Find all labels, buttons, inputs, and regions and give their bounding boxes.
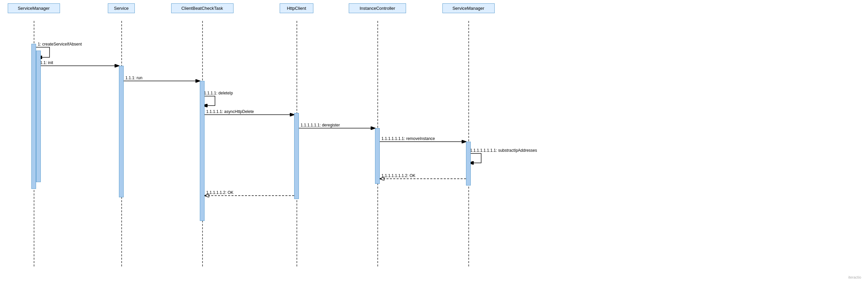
actor-5: ServiceManager xyxy=(442,3,495,13)
svg-text:1.1: init: 1.1: init xyxy=(40,60,53,65)
svg-text:1.1.1.1.1.1.1.2: OK: 1.1.1.1.1.1.1.2: OK xyxy=(381,173,415,178)
watermark: iteractio xyxy=(848,275,861,279)
svg-text:1: createServiceIfAbsent: 1: createServiceIfAbsent xyxy=(38,42,82,47)
activation-bar-5 xyxy=(466,142,471,185)
activation-bar-1 xyxy=(119,66,124,197)
activation-bar-3 xyxy=(294,113,299,199)
actor-4: InstanceController xyxy=(349,3,406,13)
svg-text:1.1.1.1: deleteIp: 1.1.1.1: deleteIp xyxy=(204,91,233,95)
svg-text:1.1.1.1.1.1.1: removeInstance: 1.1.1.1.1.1.1: removeInstance xyxy=(381,136,435,141)
svg-text:1.1.1.1.1.1: deregister: 1.1.1.1.1.1: deregister xyxy=(301,123,340,127)
svg-text:1.1.1.1.1.1.1.1: substractIpAd: 1.1.1.1.1.1.1.1: substractIpAddresses xyxy=(470,148,537,153)
svg-text:1.1.1: run: 1.1.1: run xyxy=(125,76,143,80)
activation-bar-2 xyxy=(200,81,205,221)
sequence-diagram: 1: createServiceIfAbsent1.1: init1.1.1: … xyxy=(0,0,868,286)
svg-text:1.1.1.1.1.2: OK: 1.1.1.1.1.2: OK xyxy=(206,190,234,195)
actor-2: ClientBeatCheckTask xyxy=(171,3,234,13)
activation-bar-4 xyxy=(375,128,380,184)
activation-bar-0 xyxy=(31,44,36,189)
svg-text:1.1.1.1.1: asyncHttpDelete: 1.1.1.1.1: asyncHttpDelete xyxy=(206,109,254,114)
actor-1: Service xyxy=(108,3,135,13)
activation-bar-0-b xyxy=(36,51,41,182)
actor-0: ServiceManager xyxy=(8,3,60,13)
actor-3: HttpClient xyxy=(280,3,313,13)
